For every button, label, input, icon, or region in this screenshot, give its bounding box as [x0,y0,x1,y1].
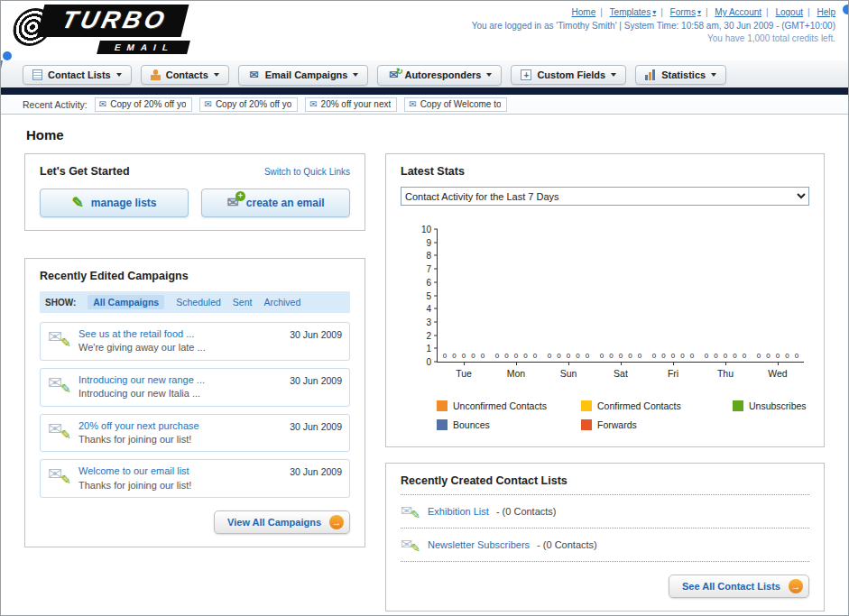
header-right: Home| Templates▾| Forms▾| My Account| Lo… [472,5,835,60]
campaign-date: 30 Jun 2009 [290,329,342,340]
tab-contact-lists[interactable]: Contact Lists [23,65,132,85]
tab-autoresponders[interactable]: ✉↻ Autoresponders [377,65,502,86]
custom-fields-icon: + [521,69,531,80]
top-nav: Home| Templates▾| Forms▾| My Account| Lo… [472,7,835,17]
bar-value-label: 0 [638,352,641,360]
stats-range-select[interactable]: Contact Activity for the Last 7 Days [401,187,809,206]
nav-separator: | [660,7,663,17]
view-all-campaigns-button[interactable]: View All Campaigns → [214,510,350,534]
y-axis-tick: 10 [405,225,438,234]
nav-link-help[interactable]: Help [817,7,835,17]
bar-value-label: 0 [690,352,694,360]
nav-link-home[interactable]: Home [572,7,596,17]
tab-statistics[interactable]: Statistics [635,65,726,85]
show-label: SHOW: [45,298,76,308]
switch-quick-links-link[interactable]: Switch to Quick Links [264,167,350,177]
recent-activity-item[interactable]: ✉ Copy of 20% off yo [95,97,193,112]
legend-label: Confirmed Contacts [597,400,681,411]
edit-list-icon: ✉✎ [401,501,420,521]
bar-value-label: 0 [548,352,551,360]
campaign-list-item[interactable]: ✉✎ See us at the retail food ... We're g… [40,322,350,361]
contact-list-item[interactable]: ✉✎ Exhibition List - (0 Contacts) [401,495,809,529]
manage-lists-button[interactable]: ✎ manage lists [40,188,189,217]
latest-stats-panel: Latest Stats Contact Activity for the La… [385,153,825,447]
tab-custom-fields[interactable]: + Custom Fields [511,65,626,85]
bar-value-label: 0 [714,352,717,360]
contact-list-name-link[interactable]: Exhibition List [428,506,489,517]
campaign-list: ✉✎ See us at the retail food ... We're g… [40,322,350,498]
bar-value-label: 0 [609,352,613,360]
nav-link-templates[interactable]: Templates▾ [610,7,657,17]
logo-subtitle: EMAIL [97,41,190,54]
chart-legend: Unconfirmed ContactsConfirmed ContactsUn… [437,400,809,430]
tab-email-campaigns[interactable]: ✉ Email Campaigns [238,65,369,86]
nav-separator: | [807,7,810,17]
legend-label: Bounces [453,419,490,430]
filter-tab-scheduled[interactable]: Scheduled [176,297,221,308]
bar-value-label: 0 [757,352,761,360]
legend-swatch [581,400,592,411]
chevron-down-icon [353,73,358,77]
chart-group: 00000Fri [647,229,699,362]
campaign-date: 30 Jun 2009 [290,421,342,432]
left-column: Let's Get Started Switch to Quick Links … [24,153,365,547]
campaign-list-item[interactable]: ✉✎ Welcome to our email list Thanks for … [40,459,350,498]
filter-tab-sent[interactable]: Sent [233,297,253,308]
logo-title: TURBO [37,5,189,37]
pencil-icon: ✎ [60,428,71,441]
nav-link-label: Forms [670,7,696,17]
email-campaigns-icon: ✉ [248,69,260,81]
pencil-icon: ✎ [60,382,71,395]
main-nav: Contact Lists Contacts ✉ Email Campaigns… [1,60,848,87]
filter-tab-all-campaigns[interactable]: All Campaigns [88,295,164,309]
recent-activity-item[interactable]: ✉ 20% off your next [305,97,397,112]
y-axis-tick: 6 [405,277,438,287]
create-email-button[interactable]: ✉+ create an email [201,188,350,217]
panel-title: Latest Stats [401,165,809,178]
contact-list-name-link[interactable]: Newsletter Subscribers [428,539,530,550]
arrow-right-icon: → [789,579,803,593]
bar-value-label: 0 [619,352,623,360]
chart-group: 00000Thu [699,229,752,362]
nav-link-my-account[interactable]: My Account [715,7,761,17]
contact-activity-chart: 109876543210 00000Tue00000Mon00000Sun000… [401,229,809,363]
chart-plot-area: 109876543210 00000Tue00000Mon00000Sun000… [437,229,804,363]
bar-value-label: 0 [785,352,789,360]
credits-info: You have 1,000 total credits left. [472,33,835,43]
campaign-title-link[interactable]: Introducing our new range ... [78,373,282,387]
chevron-down-icon [611,73,616,77]
pencil-icon: ✎ [60,473,71,486]
campaign-title-link[interactable]: See us at the retail food ... [78,327,282,341]
bar-value-label: 0 [680,352,684,360]
filter-tab-archived[interactable]: Archived [263,297,300,308]
bar-value-label: 0 [766,352,770,360]
recently-edited-campaigns-panel: Recently Edited Campaigns SHOW: All Camp… [24,258,365,547]
recent-activity-item-label: Copy of 20% off yo [110,99,186,109]
campaign-list-item[interactable]: ✉✎ Introducing our new range ... Introdu… [40,368,350,407]
campaign-subject: Thanks for joining our list! [78,479,282,492]
tab-contacts[interactable]: Contacts [141,65,229,85]
email-icon: ✉ [99,100,106,109]
campaign-title-link[interactable]: Welcome to our email list [78,464,282,478]
recent-activity-item-label: Copy of 20% off yo [216,99,291,109]
contact-list-count: - (0 Contacts) [537,539,597,550]
campaign-list-item[interactable]: ✉✎ 20% off your next purchase Thanks for… [40,414,350,453]
nav-link-logout[interactable]: Logout [775,7,803,17]
legend-swatch [581,419,592,430]
legend-item: Unconfirmed Contacts [437,400,572,411]
nav-link-forms[interactable]: Forms▾ [670,7,701,17]
main-content: Home Let's Get Started Switch to Quick L… [1,115,848,611]
contact-list-item[interactable]: ✉✎ Newsletter Subscribers - (0 Contacts) [401,529,809,562]
y-axis-tick: 7 [405,264,438,274]
tab-label: Custom Fields [537,69,605,80]
campaign-title-link[interactable]: 20% off your next purchase [78,419,282,433]
contact-list-count: - (0 Contacts) [496,506,557,517]
chevron-down-icon [486,73,492,77]
chart-group: 00000Tue [438,229,490,362]
y-axis-tick: 0 [405,357,438,367]
see-all-contact-lists-button[interactable]: See All Contact Lists → [669,575,809,598]
bar-value-label: 0 [495,352,499,360]
bar-value-label: 0 [452,352,456,360]
recent-activity-item[interactable]: ✉ Copy of 20% off yo [199,97,298,112]
recent-activity-item[interactable]: ✉ Copy of Welcome to [404,97,507,112]
